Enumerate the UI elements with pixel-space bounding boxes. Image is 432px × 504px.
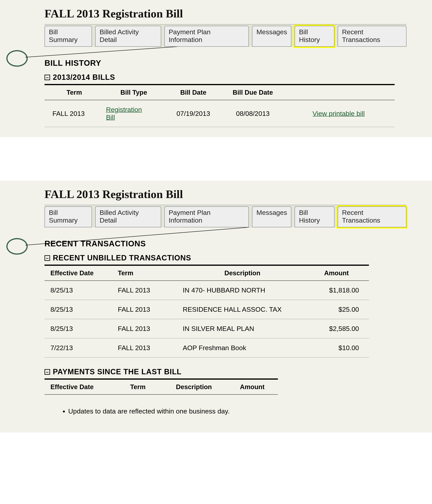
table-row: 8/25/13FALL 2013IN 470- HUBBARD NORTH$1,… [44,281,369,300]
cell-bill-date: 07/19/2013 [164,100,223,127]
cell-amount: $10.00 [304,338,369,358]
col-term: Term [114,379,161,395]
tab-bill-history[interactable]: Bill History [294,26,335,47]
col-bill-due-date: Bill Due Date [223,85,283,100]
tab-messages[interactable]: Messages [252,26,291,47]
cell-term: FALL 2013 [116,300,181,319]
bill-history-table: Term Bill Type Bill Date Bill Due Date F… [44,84,395,127]
col-term: Term [44,85,104,100]
unbilled-transactions-table: Effective Date Term Description Amount 8… [44,265,369,358]
table-row: FALL 2013 Registration Bill 07/19/2013 0… [44,100,395,127]
tab-recent-transactions[interactable]: Recent Transactions [338,206,406,227]
cell-description: RESIDENCE HALL ASSOC. TAX [181,300,304,319]
cell-description: AOP Freshman Book [181,338,304,358]
notes-list: Updates to data are reflected within one… [60,406,406,416]
note-item: Updates to data are reflected within one… [68,406,406,416]
cell-term: FALL 2013 [116,319,181,338]
col-effective-date: Effective Date [44,379,114,395]
payments-heading: PAYMENTS SINCE THE LAST BILL [53,368,181,376]
col-amount: Amount [226,379,278,395]
tabbar: Bill Summary Billed Activity Detail Paym… [44,205,406,227]
cell-effective-date: 8/25/13 [44,319,116,338]
cell-amount: $1,818.00 [304,281,369,300]
table-row: 8/25/13FALL 2013IN SILVER MEAL PLAN$2,58… [44,319,369,338]
col-description: Description [161,379,226,395]
tabbar: Bill Summary Billed Activity Detail Paym… [44,24,406,47]
cell-description: IN SILVER MEAL PLAN [181,319,304,338]
cell-effective-date: 8/25/13 [44,300,116,319]
cell-amount: $25.00 [304,300,369,319]
tab-payment-plan-information[interactable]: Payment Plan Information [164,26,249,47]
cell-term: FALL 2013 [116,338,181,358]
table-row: 8/25/13FALL 2013RESIDENCE HALL ASSOC. TA… [44,300,369,319]
tab-payment-plan-information[interactable]: Payment Plan Information [164,206,249,227]
tab-messages[interactable]: Messages [252,206,291,227]
cell-bill-due-date: 08/08/2013 [223,100,283,127]
cell-term: FALL 2013 [44,100,104,127]
cell-term: FALL 2013 [116,281,181,300]
tab-billed-activity-detail[interactable]: Billed Activity Detail [95,206,161,227]
link-bill-type[interactable]: Registration Bill [106,106,149,121]
tab-bill-summary[interactable]: Bill Summary [44,206,92,227]
cell-effective-date: 7/22/13 [44,338,116,358]
col-bill-date: Bill Date [164,85,223,100]
tab-bill-summary[interactable]: Bill Summary [44,26,92,47]
cell-amount: $2,585.00 [304,319,369,338]
collapse-icon[interactable]: – [44,369,50,375]
tab-bill-history[interactable]: Bill History [294,206,335,227]
col-bill-type: Bill Type [104,85,164,100]
link-view-printable-bill[interactable]: View printable bill [312,110,365,117]
cell-description: IN 470- HUBBARD NORTH [181,281,304,300]
cell-effective-date: 8/25/13 [44,281,116,300]
payments-table: Effective Date Term Description Amount [44,378,278,395]
table-row: 7/22/13FALL 2013AOP Freshman Book$10.00 [44,338,369,358]
tab-recent-transactions[interactable]: Recent Transactions [338,26,406,47]
tab-billed-activity-detail[interactable]: Billed Activity Detail [95,26,161,47]
